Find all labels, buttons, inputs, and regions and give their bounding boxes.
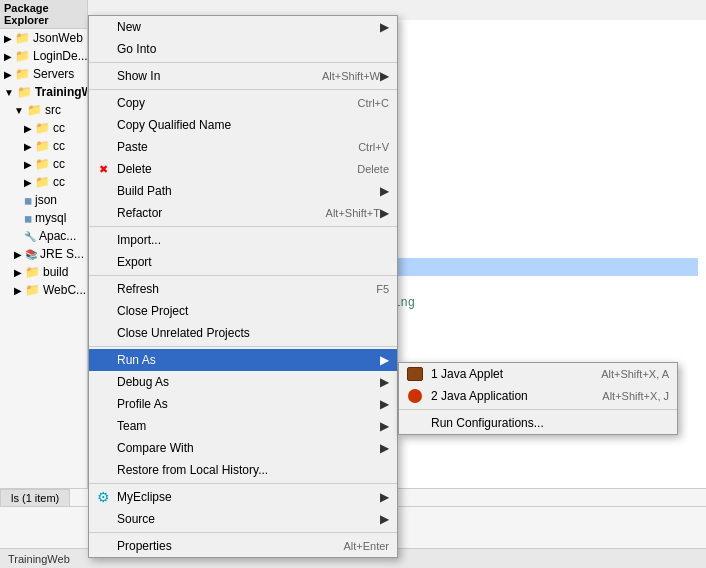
menu-item-source[interactable]: Source ▶	[89, 508, 397, 530]
sidebar-item-label: build	[43, 265, 68, 279]
menu-item-comparewith[interactable]: Compare With ▶	[89, 437, 397, 459]
menu-item-label: Copy	[117, 96, 358, 110]
bottom-tab-label: ls (1 item)	[11, 492, 59, 504]
menu-item-showin[interactable]: Show In Alt+Shift+W ▶	[89, 65, 397, 87]
submenu-item-javaapp[interactable]: 2 Java Application Alt+Shift+X, J	[399, 385, 677, 407]
menu-item-label: Restore from Local History...	[117, 463, 389, 477]
menu-item-profileas[interactable]: Profile As ▶	[89, 393, 397, 415]
menu-divider	[399, 409, 677, 410]
menu-item-buildpath[interactable]: Build Path ▶	[89, 180, 397, 202]
sidebar-item-apac[interactable]: 🔧 Apac...	[0, 227, 87, 245]
applet-icon	[405, 366, 425, 382]
menu-item-paste[interactable]: Paste Ctrl+V	[89, 136, 397, 158]
sidebar-item-label: JsonWeb	[33, 31, 83, 45]
menu-item-label: Profile As	[117, 397, 380, 411]
menu-item-label: Delete	[117, 162, 357, 176]
sidebar-item-cc4[interactable]: ▶ 📁 cc	[0, 173, 87, 191]
bottom-tab[interactable]: ls (1 item)	[0, 489, 70, 506]
submenu-arrow-icon: ▶	[380, 490, 389, 504]
menu-divider	[89, 346, 397, 347]
menu-item-label: 2 Java Application	[431, 389, 602, 403]
sidebar-item-servers[interactable]: ▶ 📁 Servers	[0, 65, 87, 83]
shortcut-label: Ctrl+V	[358, 141, 389, 153]
sidebar-item-trainingweb[interactable]: ▼ 📁 TrainingW...	[0, 83, 87, 101]
status-text: TrainingWeb	[8, 553, 70, 565]
sidebar-item-label: TrainingW...	[35, 85, 87, 99]
menu-item-label: Debug As	[117, 375, 380, 389]
submenu-arrow-icon: ▶	[380, 206, 389, 220]
submenu-item-applet[interactable]: 1 Java Applet Alt+Shift+X, A	[399, 363, 677, 385]
sidebar-item-label: LoginDe...	[33, 49, 87, 63]
menu-item-copy-qualified[interactable]: Copy Qualified Name	[89, 114, 397, 136]
menu-divider	[89, 483, 397, 484]
sidebar-item-src[interactable]: ▼ 📁 src	[0, 101, 87, 119]
menu-item-label: Show In	[117, 69, 322, 83]
menu-item-label: Go Into	[117, 42, 389, 56]
menu-item-myeclipse[interactable]: ⚙ MyEclipse ▶	[89, 486, 397, 508]
menu-item-refresh[interactable]: Refresh F5	[89, 278, 397, 300]
myeclipse-icon: ⚙	[95, 489, 111, 505]
sidebar-item-jsonweb[interactable]: ▶ 📁 JsonWeb	[0, 29, 87, 47]
menu-item-copy[interactable]: Copy Ctrl+C	[89, 92, 397, 114]
sidebar-item-label: WebC...	[43, 283, 86, 297]
menu-item-closeunrelated[interactable]: Close Unrelated Projects	[89, 322, 397, 344]
sidebar-item-cc3[interactable]: ▶ 📁 cc	[0, 155, 87, 173]
menu-item-import[interactable]: Import...	[89, 229, 397, 251]
menu-item-properties[interactable]: Properties Alt+Enter	[89, 535, 397, 557]
menu-item-label: MyEclipse	[117, 490, 380, 504]
menu-item-label: Close Project	[117, 304, 389, 318]
submenu-arrow-icon: ▶	[380, 20, 389, 34]
sidebar-item-cc2[interactable]: ▶ 📁 cc	[0, 137, 87, 155]
context-menu: New ▶ Go Into Show In Alt+Shift+W ▶ Copy…	[88, 15, 398, 558]
sidebar-item-build[interactable]: ▶ 📁 build	[0, 263, 87, 281]
menu-item-runas[interactable]: Run As ▶	[89, 349, 397, 371]
menu-item-label: Import...	[117, 233, 389, 247]
menu-item-label: New	[117, 20, 380, 34]
sidebar-item-loginde[interactable]: ▶ 📁 LoginDe...	[0, 47, 87, 65]
sidebar-header: Package Explorer	[0, 0, 87, 29]
sidebar-item-label: cc	[53, 175, 65, 189]
sidebar-item-webc[interactable]: ▶ 📁 WebC...	[0, 281, 87, 299]
sidebar-item-label: src	[45, 103, 61, 117]
shortcut-label: Alt+Shift+T	[326, 207, 380, 219]
menu-item-gointo[interactable]: Go Into	[89, 38, 397, 60]
menu-item-restore[interactable]: Restore from Local History...	[89, 459, 397, 481]
menu-divider	[89, 89, 397, 90]
sidebar-item-label: Servers	[33, 67, 74, 81]
shortcut-label: Alt+Shift+X, J	[602, 390, 669, 402]
delete-icon: ✖	[95, 161, 111, 177]
submenu-arrow-icon: ▶	[380, 353, 389, 367]
menu-divider	[89, 226, 397, 227]
menu-item-export[interactable]: Export	[89, 251, 397, 273]
sidebar-item-label: cc	[53, 139, 65, 153]
menu-divider	[89, 62, 397, 63]
sidebar-item-mysql[interactable]: ◼ mysql	[0, 209, 87, 227]
shortcut-label: Alt+Enter	[343, 540, 389, 552]
sidebar-item-jres[interactable]: ▶ 📚 JRE S...	[0, 245, 87, 263]
submenu-arrow-icon: ▶	[380, 184, 389, 198]
sidebar-item-json[interactable]: ◼ json	[0, 191, 87, 209]
runas-submenu: 1 Java Applet Alt+Shift+X, A 2 Java Appl…	[398, 362, 678, 435]
java-app-icon	[405, 388, 425, 404]
sidebar-item-label: cc	[53, 157, 65, 171]
menu-item-new[interactable]: New ▶	[89, 16, 397, 38]
menu-item-label: Close Unrelated Projects	[117, 326, 389, 340]
menu-item-label: Source	[117, 512, 380, 526]
submenu-arrow-icon: ▶	[380, 512, 389, 526]
menu-item-label: Properties	[117, 539, 343, 553]
submenu-item-runconfig[interactable]: Run Configurations...	[399, 412, 677, 434]
menu-item-label: 1 Java Applet	[431, 367, 601, 381]
shortcut-label: Alt+Shift+X, A	[601, 368, 669, 380]
sidebar-item-cc1[interactable]: ▶ 📁 cc	[0, 119, 87, 137]
menu-item-debugas[interactable]: Debug As ▶	[89, 371, 397, 393]
menu-item-label: Refactor	[117, 206, 326, 220]
menu-item-label: Run As	[117, 353, 380, 367]
menu-item-delete[interactable]: ✖ Delete Delete	[89, 158, 397, 180]
menu-item-closeproject[interactable]: Close Project	[89, 300, 397, 322]
submenu-arrow-icon: ▶	[380, 375, 389, 389]
menu-item-label: Paste	[117, 140, 358, 154]
menu-item-refactor[interactable]: Refactor Alt+Shift+T ▶	[89, 202, 397, 224]
sidebar-item-label: JRE S...	[40, 247, 84, 261]
sidebar-item-label: Apac...	[39, 229, 76, 243]
menu-item-team[interactable]: Team ▶	[89, 415, 397, 437]
